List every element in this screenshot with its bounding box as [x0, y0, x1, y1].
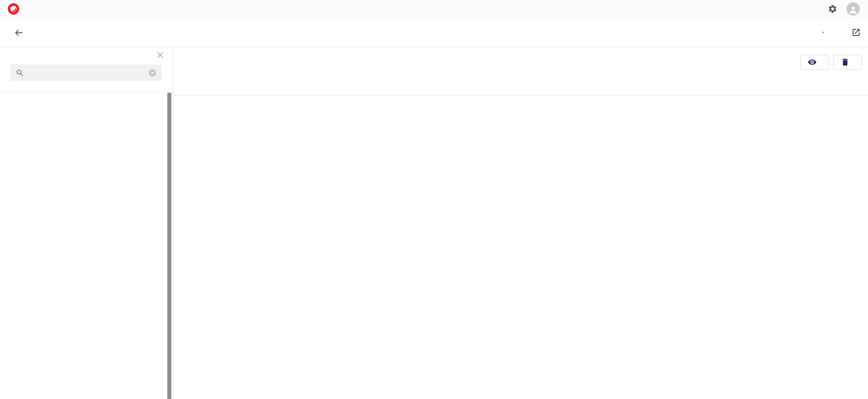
view-page-button[interactable] [800, 55, 829, 70]
app-logo-icon[interactable] [7, 3, 20, 15]
main-content [173, 47, 868, 399]
tab-bar [173, 74, 868, 96]
search-icon [16, 69, 24, 77]
close-icon[interactable] [155, 50, 165, 60]
settings-gear-icon[interactable] [828, 4, 837, 14]
locale-selector[interactable]: ▼ [819, 31, 825, 35]
clear-search-icon[interactable] [148, 69, 157, 77]
search-input[interactable] [29, 69, 148, 77]
portal-assets-link[interactable] [846, 28, 861, 37]
page-header: ▼ [0, 18, 868, 47]
external-link-icon [852, 28, 861, 37]
chevron-down-icon: ▼ [821, 31, 825, 35]
pages-sidebar [0, 47, 173, 399]
delete-page-button[interactable] [833, 55, 862, 70]
sidebar-page-list [0, 92, 173, 96]
top-nav-bar [0, 0, 868, 18]
eye-icon [808, 58, 817, 67]
sidebar-search [10, 64, 162, 81]
trash-icon [841, 58, 850, 67]
back-arrow-icon[interactable] [14, 27, 24, 38]
sidebar-scrollbar[interactable] [167, 93, 171, 399]
user-avatar[interactable] [847, 2, 860, 16]
